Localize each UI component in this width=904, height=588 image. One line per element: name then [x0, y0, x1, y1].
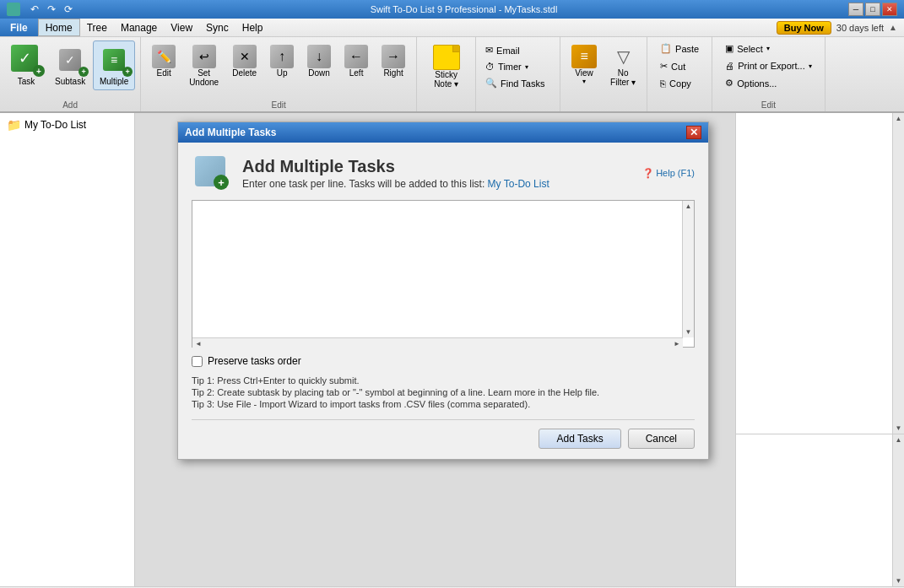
multiple-icon: ≡	[103, 49, 125, 71]
minimize-button[interactable]: ─	[848, 3, 863, 16]
up-button[interactable]: ↑ Up	[264, 40, 300, 82]
preserve-order-row: Preserve tasks order	[192, 355, 695, 367]
dialog-title-info: Add Multiple Tasks Enter one task per li…	[242, 157, 549, 190]
undo-redo-bar: ↶ ↷ ⟳	[24, 0, 79, 19]
timer-button[interactable]: ⏱ Timer ▾	[479, 59, 556, 74]
up-icon: ↑	[270, 45, 294, 68]
dialog-close-button[interactable]: ✕	[686, 126, 701, 139]
right-bottom-scroll-up[interactable]: ▲	[894, 434, 904, 445]
copy-icon: ⎘	[660, 78, 666, 89]
right-bottom-vscrollbar[interactable]: ▲ ▼	[892, 434, 904, 586]
redo-button[interactable]: ↷	[44, 2, 59, 17]
menu-sync[interactable]: Sync	[199, 19, 235, 36]
dialog-subtitle-prefix: Enter one task per line. Tasks will be a…	[242, 178, 484, 190]
tips-area: Tip 1: Press Ctrl+Enter to quickly submi…	[192, 375, 695, 409]
view-dropdown-icon: ▾	[582, 78, 586, 85]
sticky-note-button[interactable]: StickyNote ▾	[427, 40, 466, 93]
subtask-label: Subtask	[55, 77, 85, 86]
menu-file[interactable]: File	[0, 19, 38, 36]
options-button[interactable]: ⚙ Options...	[719, 75, 817, 91]
timer-icon: ⏱	[485, 62, 495, 72]
paste-label: Paste	[675, 44, 699, 54]
preserve-order-checkbox[interactable]	[192, 356, 203, 367]
dialog-list-link[interactable]: My To-Do List	[488, 178, 549, 190]
view-icon: ≡	[571, 45, 597, 68]
tasks-textarea[interactable]	[192, 200, 695, 348]
view-label: View	[575, 68, 593, 78]
sticky-note-icon	[433, 45, 460, 70]
ribbon-edit-group: ✏️ Edit ↩ SetUndone ✕ Delete ↑ Up ↓ Down…	[141, 37, 417, 111]
textarea-hscrollbar[interactable]: ◄ ►	[192, 337, 683, 349]
cancel-button[interactable]: Cancel	[628, 429, 695, 449]
help-link[interactable]: ❓ Help (F1)	[642, 168, 695, 179]
textarea-vscrollbar[interactable]: ▲ ▼	[682, 201, 694, 337]
right-icon: →	[382, 45, 405, 68]
email-button[interactable]: ✉ Email	[479, 42, 556, 58]
add-subtask-button[interactable]: ✓ + Subtask	[49, 40, 91, 90]
set-undone-icon: ↩	[192, 45, 216, 68]
menu-home[interactable]: Home	[38, 19, 80, 36]
refresh-button[interactable]: ⟳	[61, 2, 76, 17]
right-bottom-scroll-down[interactable]: ▼	[894, 575, 904, 586]
find-tasks-button[interactable]: 🔍 Find Tasks	[479, 75, 556, 91]
sidebar-item-label: My To-Do List	[24, 119, 86, 131]
cut-button[interactable]: ✂ Cut	[654, 58, 705, 74]
task-icon-container: ✓ +	[11, 45, 41, 75]
right-button[interactable]: → Right	[376, 40, 411, 82]
right-label: Right	[383, 68, 403, 78]
expand-button[interactable]: ▲	[889, 23, 897, 32]
delete-icon: ✕	[233, 45, 257, 68]
edit-label: Edit	[157, 68, 171, 78]
scroll-right-arrow[interactable]: ►	[671, 340, 683, 348]
add-task-button[interactable]: ✓ + Task	[5, 40, 47, 90]
down-button[interactable]: ↓ Down	[301, 40, 337, 82]
timer-dropdown-icon: ▾	[525, 63, 528, 71]
ribbon: ✓ + Task ✓ + Subtask ≡ + Multiple	[0, 37, 904, 113]
scroll-down-arrow[interactable]: ▼	[684, 326, 694, 337]
copy-label: Copy	[669, 78, 691, 89]
buy-now-button[interactable]: Buy Now	[777, 21, 831, 35]
copy-button[interactable]: ⎘ Copy	[654, 76, 705, 91]
select-label: Select	[737, 44, 763, 54]
dialog-icon: +	[192, 153, 232, 193]
menu-manage[interactable]: Manage	[114, 19, 164, 36]
dialog-overlay: Add Multiple Tasks ✕ +	[135, 113, 735, 586]
right-panel-bottom: ▲ ▼	[736, 434, 904, 586]
right-scroll-up[interactable]: ▲	[894, 113, 904, 124]
right-scroll-down[interactable]: ▼	[894, 423, 904, 434]
menu-help[interactable]: Help	[235, 19, 270, 36]
edit-label-bottom: Edit	[719, 99, 817, 110]
add-multiple-button[interactable]: ≡ + Multiple	[93, 40, 135, 90]
menu-view[interactable]: View	[164, 19, 199, 36]
subtask-icon-container: ✓ +	[55, 45, 85, 75]
down-icon: ↓	[307, 45, 331, 68]
view-button[interactable]: ≡ View ▾	[566, 40, 603, 89]
print-export-button[interactable]: 🖨 Print or Export... ▾	[719, 58, 817, 73]
add-multiple-tasks-dialog: Add Multiple Tasks ✕ +	[177, 121, 709, 460]
content-area: Add Multiple Tasks ✕ +	[135, 113, 735, 586]
right-vscrollbar[interactable]: ▲ ▼	[892, 113, 904, 434]
undo-button[interactable]: ↶	[27, 2, 42, 17]
preserve-order-label[interactable]: Preserve tasks order	[208, 355, 301, 367]
set-undone-button[interactable]: ↩ SetUndone	[183, 40, 225, 91]
scroll-up-arrow[interactable]: ▲	[684, 201, 694, 212]
email-icon: ✉	[485, 45, 493, 56]
paste-button[interactable]: 📋 Paste	[654, 40, 705, 57]
delete-button[interactable]: ✕ Delete	[226, 40, 263, 82]
close-button[interactable]: ✕	[882, 3, 897, 16]
dialog-subtitle: Enter one task per line. Tasks will be a…	[242, 178, 549, 190]
edit-button[interactable]: ✏️ Edit	[146, 40, 181, 82]
window-controls: ─ □ ✕	[848, 3, 897, 16]
scroll-left-arrow[interactable]: ◄	[192, 340, 204, 348]
sidebar-item-mytodolist[interactable]: 📁 My To-Do List	[3, 116, 131, 133]
ribbon-add-group: ✓ + Task ✓ + Subtask ≡ + Multiple	[0, 37, 141, 111]
menu-tree[interactable]: Tree	[80, 19, 114, 36]
add-tasks-button[interactable]: Add Tasks	[539, 429, 620, 449]
left-button[interactable]: ← Left	[338, 40, 374, 82]
dialog-title-bar: Add Multiple Tasks ✕	[178, 122, 708, 143]
buy-now-area: Buy Now 30 days left ▲	[777, 21, 904, 35]
select-button[interactable]: ▣ Select ▾	[719, 40, 817, 57]
no-filter-button[interactable]: ▽ NoFilter ▾	[604, 40, 641, 91]
maximize-button[interactable]: □	[865, 3, 880, 16]
dialog-header-left: + Add Multiple Tasks Enter one task per …	[192, 153, 549, 193]
